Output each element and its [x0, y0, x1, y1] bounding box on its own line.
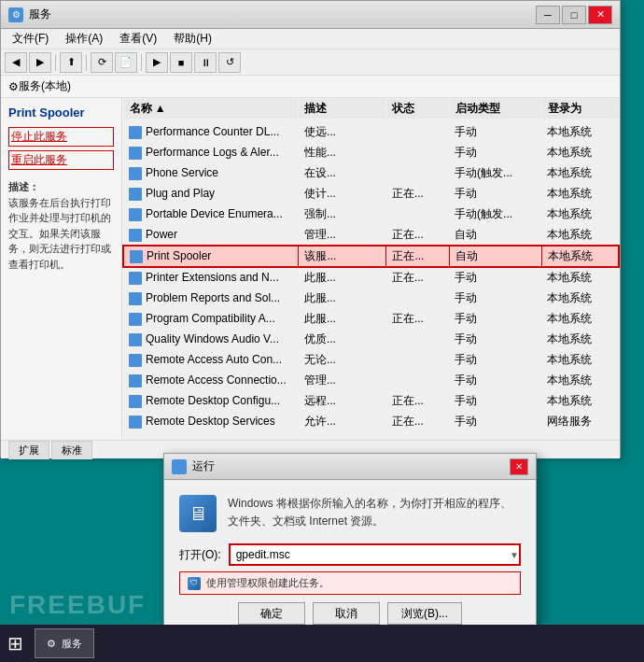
tab-expand[interactable]: 扩展: [8, 441, 49, 459]
table-row[interactable]: Remote Desktop Services允许...正在...手动网络服务: [123, 412, 619, 432]
stop-button[interactable]: ■: [170, 52, 192, 73]
run-cancel-button[interactable]: 取消: [313, 602, 380, 625]
service-icon: [129, 374, 142, 387]
run-ok-button[interactable]: 确定: [238, 602, 305, 625]
close-button[interactable]: ✕: [588, 6, 612, 24]
run-command-input[interactable]: [229, 543, 521, 566]
table-row[interactable]: Phone Service在设...手动(触发...本地系统: [123, 163, 619, 184]
service-startup-cell: 手动: [449, 267, 541, 289]
header-login[interactable]: 登录为: [541, 98, 619, 119]
table-row[interactable]: Performance Counter DL...使远...手动本地系统: [123, 122, 619, 143]
table-row[interactable]: Remote Desktop Configu...远程...正在...手动本地系…: [123, 391, 619, 412]
service-name-cell: Remote Access Connectio...: [123, 371, 299, 391]
service-login-cell: 本地系统: [541, 289, 619, 309]
service-table-body: Network Setup Service网络...手动(触发...本地系统Ne…: [123, 98, 619, 432]
table-row[interactable]: Performance Logs & Aler...性能...手动本地系统: [123, 143, 619, 163]
title-bar: ⚙ 服务 ─ □ ✕: [1, 1, 620, 29]
header-name[interactable]: 名称 ▲: [123, 98, 299, 119]
table-row[interactable]: Printer Extensions and N...此服...正在...手动本…: [123, 267, 619, 289]
table-row[interactable]: Remote Access Connectio...管理...手动本地系统: [123, 371, 619, 391]
table-row[interactable]: Problem Reports and Sol...此服...手动本地系统: [123, 289, 619, 309]
service-name-cell: Power: [123, 225, 299, 246]
service-startup-cell: 手动(触发...: [449, 163, 541, 184]
taskbar: ⊞ ⚙ 服务: [0, 625, 644, 662]
run-close-button[interactable]: ✕: [510, 458, 528, 475]
service-login-cell: 本地系统: [541, 330, 619, 350]
run-title-bar: 运行 ✕: [164, 454, 536, 480]
export-button[interactable]: 📄: [115, 52, 137, 73]
table-row[interactable]: Remote Access Auto Con...无论...手动本地系统: [123, 350, 619, 371]
run-dialog: 运行 ✕ 🖥 Windows 将根据你所输入的名称，为你打开相应的程序、文件夹、…: [163, 453, 537, 640]
table-row[interactable]: Power管理...正在...自动本地系统: [123, 225, 619, 246]
service-status-cell: [386, 371, 449, 391]
left-panel: Print Spooler 停止此服务 重启此服务 描述： 该服务在后台执行打印…: [1, 98, 122, 440]
run-dialog-icon: [172, 459, 187, 474]
service-icon: [129, 354, 142, 367]
service-startup-cell: 自动: [449, 225, 541, 246]
address-text: 服务(本地): [19, 78, 71, 94]
service-icon: [129, 147, 142, 160]
windows-logo-icon[interactable]: ⊞: [7, 632, 23, 655]
menu-file[interactable]: 文件(F): [5, 29, 56, 49]
service-icon: [129, 229, 142, 242]
service-login-cell: 本地系统: [541, 163, 619, 184]
restart-button[interactable]: ↺: [218, 52, 241, 73]
service-table-scroll[interactable]: 名称 ▲ 描述 状态 启动类型 登录为 Network Setup Servic…: [122, 98, 620, 432]
dropdown-arrow-icon[interactable]: ▼: [510, 550, 519, 560]
header-status[interactable]: 状态: [386, 98, 449, 119]
service-startup-cell: 手动: [449, 391, 541, 412]
table-row[interactable]: Print Spooler该服...正在...自动本地系统: [123, 246, 619, 267]
service-table: 名称 ▲ 描述 状态 启动类型 登录为 Network Setup Servic…: [122, 98, 620, 432]
service-icon: [129, 167, 142, 180]
service-name-cell: Print Spooler: [123, 246, 299, 267]
minimize-button[interactable]: ─: [536, 6, 560, 24]
forward-button[interactable]: ▶: [29, 52, 51, 73]
service-name-cell: Problem Reports and Sol...: [123, 289, 299, 309]
service-login-cell: 本地系统: [541, 204, 619, 225]
stop-service-link[interactable]: 停止此服务: [8, 127, 114, 147]
table-row[interactable]: Program Compatibility A...此服...正在...手动本地…: [123, 309, 619, 330]
run-browse-button[interactable]: 浏览(B)...: [387, 602, 462, 625]
maximize-button[interactable]: □: [562, 6, 586, 24]
table-row[interactable]: Quality Windows Audio V...优质...手动本地系统: [123, 330, 619, 350]
run-shield-text: 使用管理权限创建此任务。: [206, 576, 329, 590]
service-login-cell: 本地系统: [541, 391, 619, 412]
table-row[interactable]: Plug and Play使计...正在...手动本地系统: [123, 184, 619, 204]
service-login-cell: 网络服务: [541, 412, 619, 432]
play-button[interactable]: ▶: [146, 52, 168, 73]
service-startup-cell: 自动: [449, 246, 541, 267]
service-desc-cell: 性能...: [299, 143, 386, 163]
service-desc-cell: 强制...: [299, 204, 386, 225]
freebuf-watermark: FREEBUF: [9, 590, 146, 620]
header-desc[interactable]: 描述: [299, 98, 386, 119]
service-icon: [130, 250, 143, 263]
menu-view[interactable]: 查看(V): [112, 29, 164, 49]
service-status-cell: [386, 330, 449, 350]
service-desc-cell: 无论...: [299, 350, 386, 371]
service-startup-cell: 手动: [449, 412, 541, 432]
tab-standard[interactable]: 标准: [51, 441, 92, 459]
service-icon: [129, 313, 142, 326]
service-status-cell: [386, 204, 449, 225]
table-row[interactable]: Portable Device Enumera...强制...手动(触发...本…: [123, 204, 619, 225]
restart-service-link[interactable]: 重启此服务: [8, 150, 114, 170]
refresh-button[interactable]: ⟳: [91, 52, 113, 73]
header-startup[interactable]: 启动类型: [449, 98, 541, 119]
panel-service-name: Print Spooler: [8, 106, 114, 120]
run-input-container: ▼: [229, 543, 521, 566]
service-startup-cell: 手动: [449, 330, 541, 350]
pause-button[interactable]: ⏸: [194, 52, 217, 73]
services-icon: ⚙: [8, 7, 23, 22]
taskbar-services-item[interactable]: ⚙ 服务: [35, 628, 94, 658]
up-button[interactable]: ⬆: [60, 52, 82, 73]
toolbar-separator-2: [86, 54, 87, 71]
menu-help[interactable]: 帮助(H): [166, 29, 219, 49]
back-button[interactable]: ◀: [5, 52, 27, 73]
service-login-cell: 本地系统: [541, 246, 619, 267]
service-desc-cell: 该服...: [299, 246, 386, 267]
service-name-cell: Portable Device Enumera...: [123, 204, 299, 225]
service-icon: [129, 395, 142, 408]
service-startup-cell: 手动: [449, 309, 541, 330]
menu-action[interactable]: 操作(A): [58, 29, 110, 49]
desc-text: 该服务在后台执行打印作业并处理与打印机的交互。如果关闭该服务，则无法进行打印或查…: [8, 197, 111, 270]
